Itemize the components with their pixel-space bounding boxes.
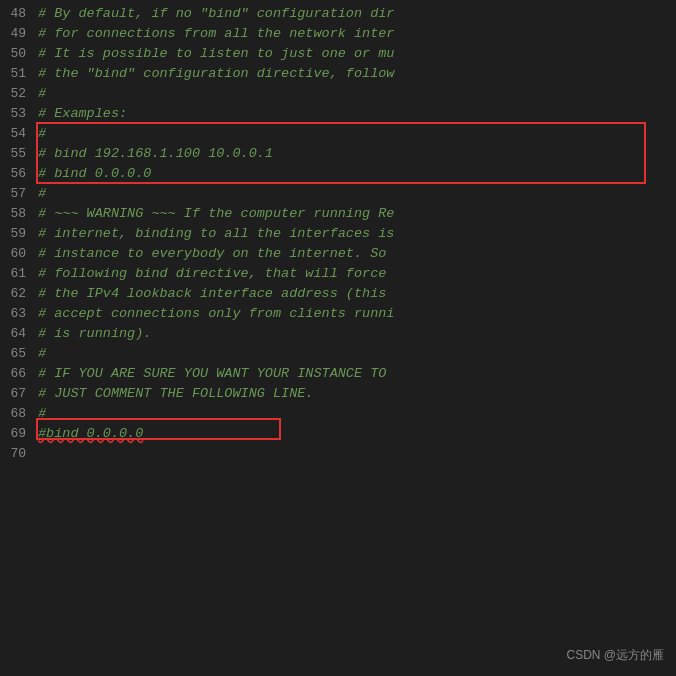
line-number: 64 (0, 324, 38, 344)
line-number: 61 (0, 264, 38, 284)
line-number: 65 (0, 344, 38, 364)
code-line: 67# JUST COMMENT THE FOLLOWING LINE. (0, 384, 676, 404)
code-line: 59# internet, binding to all the interfa… (0, 224, 676, 244)
line-content: # instance to everybody on the internet.… (38, 244, 386, 264)
line-number: 51 (0, 64, 38, 84)
line-number: 54 (0, 124, 38, 144)
line-content: # It is possible to listen to just one o… (38, 44, 394, 64)
code-line: 54# (0, 124, 676, 144)
code-line: 51# the "bind" configuration directive, … (0, 64, 676, 84)
code-line: 70 (0, 444, 676, 464)
line-number: 55 (0, 144, 38, 164)
line-content: # bind 192.168.1.100 10.0.0.1 (38, 144, 273, 164)
line-number: 56 (0, 164, 38, 184)
line-number: 48 (0, 4, 38, 24)
code-line: 53# Examples: (0, 104, 676, 124)
line-number: 53 (0, 104, 38, 124)
line-number: 66 (0, 364, 38, 384)
line-number: 50 (0, 44, 38, 64)
line-content: # bind 0.0.0.0 (38, 164, 151, 184)
line-content: # internet, binding to all the interface… (38, 224, 394, 244)
line-number: 57 (0, 184, 38, 204)
line-content: # By default, if no "bind" configuration… (38, 4, 394, 24)
code-line: 57# (0, 184, 676, 204)
line-number: 60 (0, 244, 38, 264)
line-content: # the IPv4 lookback interface address (t… (38, 284, 386, 304)
line-content: # (38, 124, 46, 144)
line-number: 52 (0, 84, 38, 104)
code-line: 55# bind 192.168.1.100 10.0.0.1 (0, 144, 676, 164)
code-line: 48# By default, if no "bind" configurati… (0, 4, 676, 24)
line-content: # IF YOU ARE SURE YOU WANT YOUR INSTANCE… (38, 364, 386, 384)
line-content: # (38, 184, 46, 204)
line-number: 69 (0, 424, 38, 444)
line-content: # (38, 404, 46, 424)
code-editor: 48# By default, if no "bind" configurati… (0, 0, 676, 676)
line-content: # ~~~ WARNING ~~~ If the computer runnin… (38, 204, 394, 224)
line-content: #bind 0.0.0.0 (38, 424, 143, 444)
line-content: # JUST COMMENT THE FOLLOWING LINE. (38, 384, 313, 404)
line-number: 58 (0, 204, 38, 224)
code-line: 61# following bind directive, that will … (0, 264, 676, 284)
line-number: 68 (0, 404, 38, 424)
code-line: 60# instance to everybody on the interne… (0, 244, 676, 264)
line-content: # (38, 344, 46, 364)
code-line: 49# for connections from all the network… (0, 24, 676, 44)
line-number: 62 (0, 284, 38, 304)
code-line: 66# IF YOU ARE SURE YOU WANT YOUR INSTAN… (0, 364, 676, 384)
code-line: 68# (0, 404, 676, 424)
code-line: 64# is running). (0, 324, 676, 344)
line-content: # following bind directive, that will fo… (38, 264, 386, 284)
code-line: 56# bind 0.0.0.0 (0, 164, 676, 184)
code-line: 65# (0, 344, 676, 364)
code-line: 58# ~~~ WARNING ~~~ If the computer runn… (0, 204, 676, 224)
line-content: # Examples: (38, 104, 127, 124)
watermark: CSDN @远方的雁 (566, 647, 664, 664)
line-number: 59 (0, 224, 38, 244)
line-content: # for connections from all the network i… (38, 24, 394, 44)
line-content: # is running). (38, 324, 151, 344)
line-number: 70 (0, 444, 38, 464)
code-line: 63# accept connections only from clients… (0, 304, 676, 324)
line-number: 67 (0, 384, 38, 404)
line-content: # (38, 84, 46, 104)
code-line: 62# the IPv4 lookback interface address … (0, 284, 676, 304)
line-content: # the "bind" configuration directive, fo… (38, 64, 394, 84)
code-line: 52# (0, 84, 676, 104)
line-number: 63 (0, 304, 38, 324)
line-content: # accept connections only from clients r… (38, 304, 394, 324)
code-line: 69#bind 0.0.0.0 (0, 424, 676, 444)
line-number: 49 (0, 24, 38, 44)
code-line: 50# It is possible to listen to just one… (0, 44, 676, 64)
